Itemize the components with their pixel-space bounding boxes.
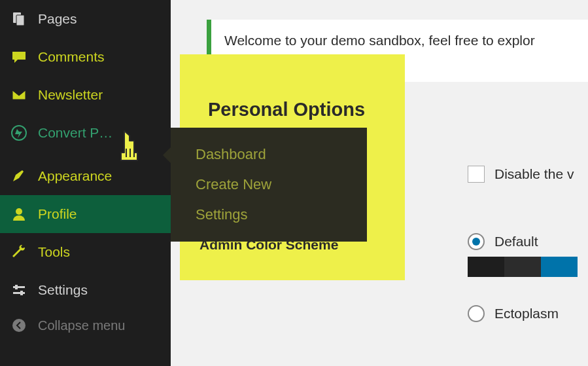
admin-sidebar: Pages Comments Newsletter Convert P… App… — [0, 0, 171, 366]
sidebar-item-appearance[interactable]: Appearance — [0, 157, 171, 195]
appearance-icon — [9, 166, 29, 186]
newsletter-icon — [9, 85, 29, 105]
collapse-label: Collapse menu — [38, 318, 125, 333]
comments-icon — [9, 47, 29, 67]
submenu-item-create-new[interactable]: Create New — [171, 170, 367, 200]
submenu-item-dashboard[interactable]: Dashboard — [171, 139, 367, 170]
swatch-dark2 — [504, 257, 541, 277]
sidebar-item-label: Newsletter — [38, 87, 103, 103]
convertpro-icon — [9, 123, 29, 143]
sidebar-item-label: Convert P… — [38, 125, 112, 141]
section-title: Personal Options — [208, 99, 365, 120]
sidebar-item-label: Settings — [38, 282, 88, 298]
convertpro-submenu: Dashboard Create New Settings — [171, 128, 367, 242]
sidebar-item-newsletter[interactable]: Newsletter — [0, 76, 171, 114]
visual-editor-row[interactable]: Disable the v — [468, 166, 574, 183]
svg-rect-1 — [16, 15, 24, 26]
settings-icon — [9, 280, 29, 300]
svg-rect-4 — [13, 286, 25, 288]
tools-icon — [9, 242, 29, 262]
collapse-menu[interactable]: Collapse menu — [0, 309, 171, 342]
svg-point-3 — [16, 208, 22, 215]
profile-icon — [9, 204, 29, 224]
sidebar-item-tools[interactable]: Tools — [0, 233, 171, 271]
submenu-item-settings[interactable]: Settings — [171, 200, 367, 230]
svg-rect-6 — [15, 285, 18, 289]
sidebar-item-label: Pages — [38, 11, 77, 27]
visual-editor-checkbox[interactable] — [468, 166, 485, 183]
pages-icon — [9, 9, 29, 29]
radio-ectoplasm[interactable] — [468, 305, 485, 322]
sidebar-item-label: Appearance — [38, 168, 112, 184]
sidebar-item-label: Comments — [38, 49, 105, 65]
radio-default[interactable] — [468, 233, 485, 250]
color-scheme-ectoplasm[interactable]: Ectoplasm — [468, 305, 559, 322]
radio-ectoplasm-label: Ectoplasm — [494, 306, 559, 321]
svg-point-8 — [12, 319, 26, 332]
color-scheme-default[interactable]: Default — [468, 233, 578, 277]
sidebar-item-profile[interactable]: Profile — [0, 195, 171, 233]
sidebar-item-label: Tools — [38, 244, 70, 260]
sidebar-item-pages[interactable]: Pages — [0, 0, 171, 38]
sidebar-item-label: Profile — [38, 206, 77, 222]
collapse-icon — [9, 316, 29, 335]
swatch-blue — [541, 257, 578, 277]
visual-editor-label: Disable the v — [494, 166, 574, 182]
sidebar-item-settings[interactable]: Settings — [0, 271, 171, 309]
sidebar-item-comments[interactable]: Comments — [0, 38, 171, 76]
swatch-dark1 — [468, 257, 504, 277]
default-swatches — [468, 257, 578, 277]
sidebar-item-convertpro[interactable]: Convert P… — [0, 114, 171, 152]
radio-default-label: Default — [494, 234, 538, 249]
svg-rect-5 — [13, 292, 25, 294]
svg-rect-7 — [20, 291, 23, 295]
